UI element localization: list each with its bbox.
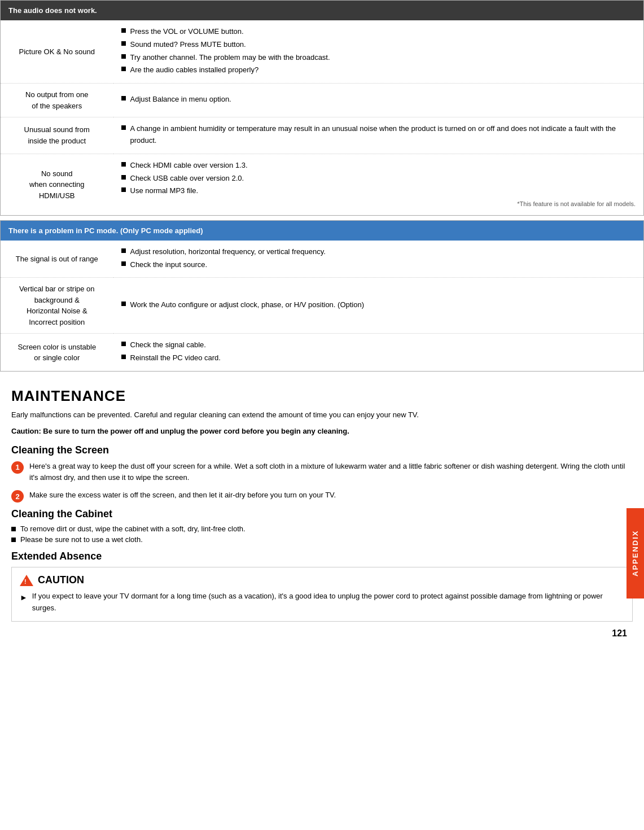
bullet-icon — [121, 41, 126, 46]
step-1-text: Here's a great way to keep the dust off … — [29, 461, 633, 484]
cabinet-bullet-text: Please be sure not to use a wet cloth. — [20, 535, 143, 544]
row-label: Unusual sound frominside the product — [1, 117, 113, 154]
row-desc: Check the signal cable.Reinstall the PC … — [113, 334, 644, 372]
pc-table-header: There is a problem in PC mode. (Only PC … — [1, 220, 644, 241]
audio-table-header: The audio does not work. — [1, 1, 644, 21]
bullet-item: Try another channel. The problem may be … — [121, 52, 636, 64]
bullet-text: Sound muted? Press MUTE button. — [130, 39, 636, 51]
bullet-text: Adjust resolution, horizontal frequency,… — [130, 246, 636, 258]
bullet-item: Are the audio cables installed properly? — [121, 64, 636, 76]
bullet-item: Check USB cable over version 2.0. — [121, 173, 636, 185]
bullet-icon — [121, 248, 126, 253]
table-row: Screen color is unstableor single colorC… — [1, 334, 644, 372]
caution-box: CAUTION ► If you expect to leave your TV… — [11, 567, 633, 622]
table-row: No soundwhen connectingHDMI/USBCheck HDM… — [1, 154, 644, 215]
bullet-icon — [121, 125, 126, 130]
bullet-text: Check the input source. — [130, 259, 636, 271]
bullet-text: Check the signal cable. — [130, 339, 636, 351]
bullet-item: Adjust Balance in menu option. — [121, 94, 636, 106]
bullet-item: Adjust resolution, horizontal frequency,… — [121, 246, 636, 258]
bullet-icon — [121, 28, 126, 33]
bullet-icon — [11, 527, 16, 531]
bullet-item: A change in ambient humidity or temperat… — [121, 123, 636, 147]
bullet-text: Press the VOL or VOLUME button. — [130, 26, 636, 38]
bullet-text: Adjust Balance in menu option. — [130, 94, 636, 106]
row-label: Picture OK & No sound — [1, 20, 113, 84]
step-2: 2 Make sure the excess water is off the … — [11, 490, 633, 503]
row-desc: Work the Auto configure or adjust clock,… — [113, 278, 644, 334]
step-2-text: Make sure the excess water is off the sc… — [29, 490, 633, 501]
bullet-icon — [121, 54, 126, 59]
bullet-text: A change in ambient humidity or temperat… — [130, 123, 636, 147]
bullet-text: Work the Auto configure or adjust clock,… — [130, 299, 636, 311]
arrow-bullet-icon: ► — [20, 591, 28, 604]
row-label: Vertical bar or stripe onbackground &Hor… — [1, 278, 113, 334]
table-row: No output from oneof the speakersAdjust … — [1, 84, 644, 117]
row-desc: Check HDMI cable over version 1.3.Check … — [113, 154, 644, 215]
caution-icon — [20, 575, 33, 586]
row-label: Screen color is unstableor single color — [1, 334, 113, 372]
table-row: Unusual sound frominside the productA ch… — [1, 117, 644, 154]
maintenance-intro: Early malfunctions can be prevented. Car… — [11, 409, 633, 421]
bullet-item: Press the VOL or VOLUME button. — [121, 26, 636, 38]
bullet-icon — [121, 261, 126, 266]
cabinet-bullets: To remove dirt or dust, wipe the cabinet… — [11, 525, 633, 544]
maintenance-caution-text: Caution: Be sure to turn the power off a… — [11, 426, 633, 438]
bullet-icon — [121, 67, 126, 71]
row-desc: Adjust resolution, horizontal frequency,… — [113, 241, 644, 278]
step-num-1: 1 — [11, 461, 24, 474]
caution-label: CAUTION — [38, 574, 84, 586]
bullet-icon — [121, 162, 126, 167]
bullet-item: Use normal MP3 file. — [121, 185, 636, 197]
bullet-icon — [121, 175, 126, 180]
caution-header: CAUTION — [20, 574, 624, 586]
row-note: *This feature is not available for all m… — [121, 199, 636, 209]
table-row: The signal is out of rangeAdjust resolut… — [1, 241, 644, 278]
bullet-item: Check HDMI cable over version 1.3. — [121, 160, 636, 172]
maintenance-title: MAINTENANCE — [11, 387, 633, 405]
bullet-item: Reinstall the PC video card. — [121, 352, 636, 364]
row-desc: Adjust Balance in menu option. — [113, 84, 644, 117]
bullet-icon — [121, 187, 126, 192]
step-1: 1 Here's a great way to keep the dust of… — [11, 461, 633, 484]
step-num-2: 2 — [11, 490, 24, 503]
bullet-icon — [121, 96, 126, 101]
cabinet-bullet-item: Please be sure not to use a wet cloth. — [11, 535, 633, 544]
bullet-icon — [121, 355, 126, 359]
bullet-text: Use normal MP3 file. — [130, 185, 636, 197]
table-row: Vertical bar or stripe onbackground &Hor… — [1, 278, 644, 334]
table-row: Picture OK & No soundPress the VOL or VO… — [1, 20, 644, 84]
cleaning-screen-title: Cleaning the Screen — [11, 444, 633, 456]
cabinet-bullet-text: To remove dirt or dust, wipe the cabinet… — [20, 525, 246, 533]
row-desc: Press the VOL or VOLUME button.Sound mut… — [113, 20, 644, 84]
bullet-text: Are the audio cables installed properly? — [130, 64, 636, 76]
row-label: No soundwhen connectingHDMI/USB — [1, 154, 113, 215]
extended-absence-title: Extended Absence — [11, 551, 633, 562]
bullet-item: Check the input source. — [121, 259, 636, 271]
page-number: 121 — [612, 628, 627, 639]
cabinet-bullet-item: To remove dirt or dust, wipe the cabinet… — [11, 525, 633, 533]
pc-table: There is a problem in PC mode. (Only PC … — [0, 220, 644, 372]
row-label: The signal is out of range — [1, 241, 113, 278]
caution-item: ► If you expect to leave your TV dormant… — [20, 591, 624, 614]
row-desc: A change in ambient humidity or temperat… — [113, 117, 644, 154]
bullet-text: Try another channel. The problem may be … — [130, 52, 636, 64]
bullet-item: Check the signal cable. — [121, 339, 636, 351]
bullet-text: Check USB cable over version 2.0. — [130, 173, 636, 185]
row-label: No output from oneof the speakers — [1, 84, 113, 117]
maintenance-section: MAINTENANCE Early malfunctions can be pr… — [0, 381, 644, 622]
bullet-icon — [11, 538, 16, 542]
caution-body-text: If you expect to leave your TV dormant f… — [32, 591, 624, 614]
bullet-icon — [121, 302, 126, 306]
bullet-item: Sound muted? Press MUTE button. — [121, 39, 636, 51]
appendix-tab: APPENDIX — [627, 508, 644, 599]
audio-table: The audio does not work. Picture OK & No… — [0, 0, 644, 216]
bullet-item: Work the Auto configure or adjust clock,… — [121, 299, 636, 311]
bullet-icon — [121, 342, 126, 346]
cleaning-cabinet-title: Cleaning the Cabinet — [11, 508, 633, 520]
bullet-text: Check HDMI cable over version 1.3. — [130, 160, 636, 172]
bullet-text: Reinstall the PC video card. — [130, 352, 636, 364]
